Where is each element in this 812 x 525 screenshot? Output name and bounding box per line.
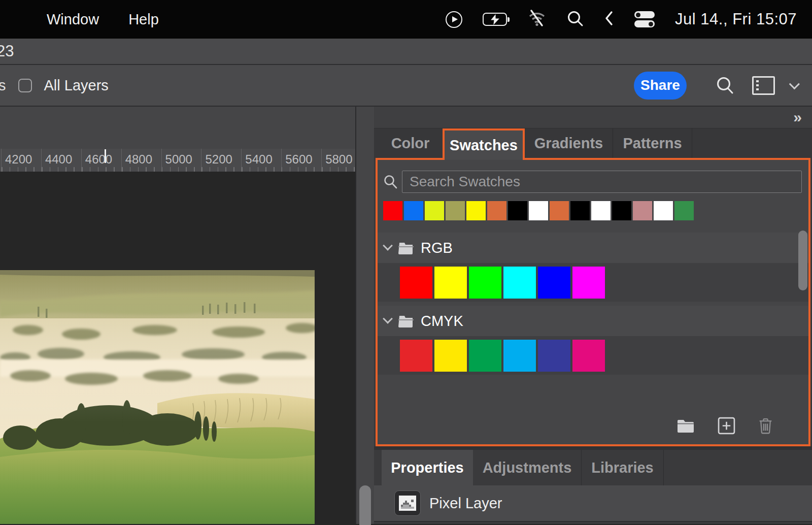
swatch[interactable]	[633, 201, 652, 220]
menu-bar-clock[interactable]: Jul 14., Fri 15:07	[675, 10, 797, 28]
delete-swatch-trash-icon[interactable]	[758, 417, 773, 434]
swatch[interactable]	[466, 201, 486, 220]
swatch[interactable]	[404, 201, 423, 220]
layer-properties-row: Pixel Layer	[374, 485, 812, 522]
swatch-groups-list: RGB CMYK	[378, 228, 808, 406]
swatch[interactable]	[434, 267, 467, 299]
swatch[interactable]	[572, 267, 605, 299]
battery-charging-icon[interactable]	[483, 13, 507, 26]
swatches-panel-body: RGB CMYK	[376, 158, 810, 446]
swatch[interactable]	[612, 201, 631, 220]
search-icon[interactable]	[716, 76, 734, 94]
search-swatches-input[interactable]	[402, 171, 802, 193]
ruler-segment: 5200	[201, 149, 241, 172]
canvas-scrollbar-gutter	[355, 107, 374, 524]
ruler-segment: 5600	[281, 149, 321, 172]
spotlight-search-icon[interactable]	[567, 10, 584, 29]
swatch[interactable]	[529, 201, 548, 220]
rgb-swatch-row	[378, 263, 808, 302]
document-title-fragment: 23	[0, 42, 14, 60]
ruler-segment: 4600	[81, 149, 121, 172]
chevron-down-icon[interactable]	[789, 79, 800, 89]
new-category-folder-icon[interactable]	[676, 418, 695, 433]
swatch[interactable]	[469, 267, 501, 299]
folder-icon	[398, 242, 414, 254]
ruler-segment: 4400	[41, 149, 81, 172]
swatch[interactable]	[400, 340, 432, 372]
add-swatch-icon[interactable]	[718, 417, 735, 435]
swatch[interactable]	[487, 201, 506, 220]
landscape-photo[interactable]	[0, 270, 315, 524]
tab-patterns[interactable]: Patterns	[613, 128, 692, 158]
tab-gradients[interactable]: Gradients	[525, 128, 613, 158]
swatch[interactable]	[572, 340, 605, 372]
menu-window[interactable]: Window	[47, 11, 99, 28]
ruler-tick-label: 4800	[125, 152, 152, 167]
lightning-bolt-icon	[491, 14, 499, 25]
swatch[interactable]	[503, 267, 536, 299]
menu-bar-status-area: Jul 14., Fri 15:07	[446, 10, 797, 29]
swatch[interactable]	[654, 201, 673, 220]
canvas-top-spacer	[0, 107, 355, 149]
swatch[interactable]	[446, 201, 465, 220]
search-icon	[384, 175, 397, 189]
tab-properties[interactable]: Properties	[382, 450, 473, 485]
panel-bottom-fill	[374, 522, 812, 524]
tab-libraries[interactable]: Libraries	[582, 450, 664, 485]
swatch[interactable]	[550, 201, 569, 220]
properties-tab-bar: Properties Adjustments Libraries	[374, 450, 812, 485]
chevron-down-icon[interactable]	[383, 314, 393, 324]
wifi-off-icon[interactable]	[527, 10, 547, 29]
tab-color[interactable]: Color	[378, 128, 443, 158]
pixel-layer-thumbnail[interactable]	[394, 490, 421, 516]
tab-adjustments[interactable]: Adjustments	[473, 450, 582, 485]
document-title-bar: 23	[0, 39, 812, 65]
play-circle-icon[interactable]	[446, 11, 462, 28]
swatch[interactable]	[570, 201, 590, 220]
swatch[interactable]	[674, 201, 694, 220]
panel-divider	[374, 446, 812, 450]
group-header-rgb[interactable]: RGB	[378, 233, 808, 263]
swatch[interactable]	[400, 267, 432, 299]
chevron-down-icon[interactable]	[383, 241, 393, 251]
all-layers-checkbox[interactable]	[18, 79, 32, 92]
swatch[interactable]	[469, 340, 501, 372]
all-layers-label: All Layers	[44, 77, 109, 94]
ruler-tick-label: 5200	[205, 152, 232, 167]
menu-bar: Window Help Jul 14., Fri 1	[0, 0, 812, 39]
swatch[interactable]	[434, 340, 467, 372]
toggle-pill	[634, 11, 655, 18]
swatch[interactable]	[508, 201, 527, 220]
toggle-panels-icon[interactable]	[752, 76, 775, 95]
group-header-cmyk[interactable]: CMYK	[378, 306, 808, 336]
group-label: RGB	[421, 240, 453, 256]
swatch[interactable]	[538, 267, 570, 299]
panel-header: »	[374, 107, 812, 128]
swatch[interactable]	[538, 340, 570, 372]
swatch-search-row	[384, 171, 802, 193]
document-canvas[interactable]	[0, 172, 355, 524]
menu-help[interactable]: Help	[128, 11, 159, 28]
collapse-panel-icon[interactable]: »	[793, 110, 801, 125]
ruler-segment: 5400	[241, 149, 281, 172]
pixel-image-icon	[399, 496, 416, 511]
swatches-footer-bar	[378, 407, 808, 444]
control-center-icon[interactable]	[634, 11, 655, 27]
canvas-vertical-scrollbar[interactable]	[359, 485, 371, 525]
tab-swatches[interactable]: Swatches	[443, 128, 525, 160]
swatch[interactable]	[503, 340, 536, 372]
ruler-tick-label: 5600	[285, 152, 312, 167]
swatch[interactable]	[425, 201, 444, 220]
swatch-list-scrollbar[interactable]	[798, 231, 807, 290]
share-button[interactable]: Share	[634, 72, 687, 100]
ruler-segment: 4200	[1, 149, 41, 172]
context-toolbar: s All Layers Share	[0, 65, 812, 107]
swatch[interactable]	[383, 201, 402, 220]
workspace: 4200 4400 4600 4800 5000 5200 5400 5600 …	[0, 107, 812, 524]
ruler-tick-label: 4600	[85, 152, 112, 167]
ruler-tick-label: 5800	[325, 152, 352, 167]
cmyk-swatch-row	[378, 336, 808, 375]
ruler-segment: 5000	[161, 149, 201, 172]
chevron-left-icon[interactable]	[604, 10, 614, 28]
swatch[interactable]	[591, 201, 611, 220]
